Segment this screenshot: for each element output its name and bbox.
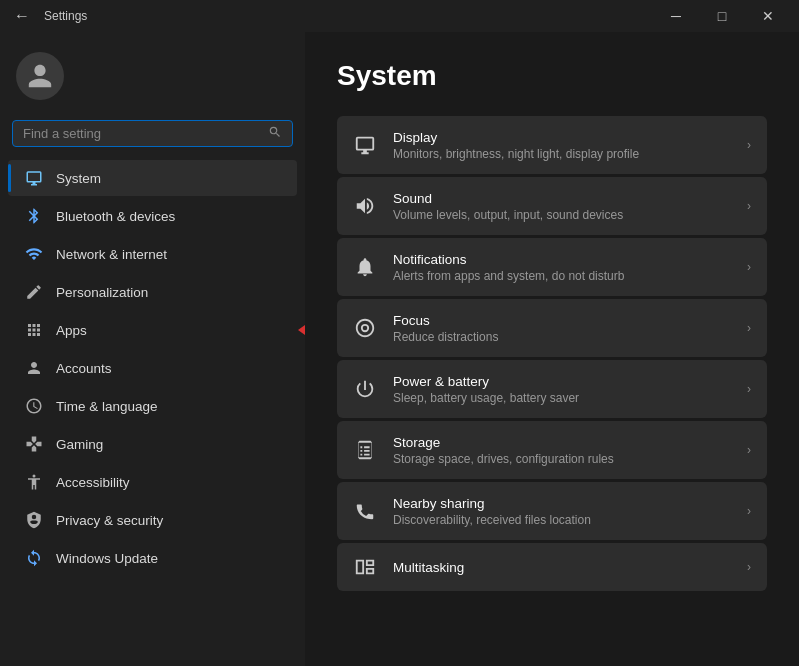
titlebar: ← Settings ─ □ ✕ xyxy=(0,0,799,32)
power-desc: Sleep, battery usage, battery saver xyxy=(393,391,731,405)
sound-desc: Volume levels, output, input, sound devi… xyxy=(393,208,731,222)
maximize-button[interactable]: □ xyxy=(699,0,745,32)
multitasking-chevron: › xyxy=(747,560,751,574)
power-text: Power & battery Sleep, battery usage, ba… xyxy=(393,374,731,405)
search-box[interactable] xyxy=(12,120,293,147)
window-controls: ─ □ ✕ xyxy=(653,0,791,32)
sidebar-item-gaming[interactable]: Gaming xyxy=(8,426,297,462)
main-content: System Display Monitors, brightness, nig… xyxy=(305,32,799,666)
privacy-icon xyxy=(24,510,44,530)
focus-text: Focus Reduce distractions xyxy=(393,313,731,344)
sidebar-label-network: Network & internet xyxy=(56,247,167,262)
power-chevron: › xyxy=(747,382,751,396)
storage-desc: Storage space, drives, configuration rul… xyxy=(393,452,731,466)
apps-icon xyxy=(24,320,44,340)
focus-desc: Reduce distractions xyxy=(393,330,731,344)
power-icon xyxy=(353,377,377,401)
sidebar-label-gaming: Gaming xyxy=(56,437,103,452)
nearby-chevron: › xyxy=(747,504,751,518)
back-button[interactable]: ← xyxy=(8,3,36,29)
settings-item-power[interactable]: Power & battery Sleep, battery usage, ba… xyxy=(337,360,767,418)
sidebar-item-privacy[interactable]: Privacy & security xyxy=(8,502,297,538)
time-icon xyxy=(24,396,44,416)
sidebar-item-apps[interactable]: Apps xyxy=(8,312,297,348)
sidebar-label-accounts: Accounts xyxy=(56,361,112,376)
page-title: System xyxy=(337,60,767,92)
sidebar-item-system[interactable]: System xyxy=(8,160,297,196)
notifications-chevron: › xyxy=(747,260,751,274)
settings-item-storage[interactable]: Storage Storage space, drives, configura… xyxy=(337,421,767,479)
sound-icon xyxy=(353,194,377,218)
nearby-title: Nearby sharing xyxy=(393,496,731,511)
back-icon: ← xyxy=(14,7,30,24)
storage-chevron: › xyxy=(747,443,751,457)
gaming-icon xyxy=(24,434,44,454)
network-icon xyxy=(24,244,44,264)
multitasking-icon xyxy=(353,555,377,579)
sound-title: Sound xyxy=(393,191,731,206)
sidebar-item-personalization[interactable]: Personalization xyxy=(8,274,297,310)
settings-item-sound[interactable]: Sound Volume levels, output, input, soun… xyxy=(337,177,767,235)
bluetooth-icon xyxy=(24,206,44,226)
minimize-button[interactable]: ─ xyxy=(653,0,699,32)
focus-icon xyxy=(353,316,377,340)
accounts-icon xyxy=(24,358,44,378)
sidebar-label-accessibility: Accessibility xyxy=(56,475,130,490)
avatar xyxy=(16,52,64,100)
settings-item-display[interactable]: Display Monitors, brightness, night ligh… xyxy=(337,116,767,174)
app-body: System Bluetooth & devices Network & int… xyxy=(0,32,799,666)
settings-item-multitasking[interactable]: Multitasking › xyxy=(337,543,767,591)
display-title: Display xyxy=(393,130,731,145)
sidebar-label-system: System xyxy=(56,171,101,186)
display-icon xyxy=(353,133,377,157)
system-icon xyxy=(24,168,44,188)
sound-chevron: › xyxy=(747,199,751,213)
notifications-text: Notifications Alerts from apps and syste… xyxy=(393,252,731,283)
display-chevron: › xyxy=(747,138,751,152)
multitasking-text: Multitasking xyxy=(393,560,731,575)
sidebar-label-time: Time & language xyxy=(56,399,158,414)
titlebar-left: ← Settings xyxy=(8,3,87,29)
notifications-icon xyxy=(353,255,377,279)
nearby-desc: Discoverability, received files location xyxy=(393,513,731,527)
search-input[interactable] xyxy=(23,126,260,141)
sidebar-item-accessibility[interactable]: Accessibility xyxy=(8,464,297,500)
sound-text: Sound Volume levels, output, input, soun… xyxy=(393,191,731,222)
nearby-icon xyxy=(353,499,377,523)
settings-item-focus[interactable]: Focus Reduce distractions › xyxy=(337,299,767,357)
settings-item-nearby[interactable]: Nearby sharing Discoverability, received… xyxy=(337,482,767,540)
close-button[interactable]: ✕ xyxy=(745,0,791,32)
notifications-title: Notifications xyxy=(393,252,731,267)
sidebar: System Bluetooth & devices Network & int… xyxy=(0,32,305,666)
storage-text: Storage Storage space, drives, configura… xyxy=(393,435,731,466)
update-icon xyxy=(24,548,44,568)
storage-icon xyxy=(353,438,377,462)
power-title: Power & battery xyxy=(393,374,731,389)
sidebar-item-bluetooth[interactable]: Bluetooth & devices xyxy=(8,198,297,234)
sidebar-item-time[interactable]: Time & language xyxy=(8,388,297,424)
search-icon xyxy=(268,125,282,142)
settings-item-notifications[interactable]: Notifications Alerts from apps and syste… xyxy=(337,238,767,296)
settings-list: Display Monitors, brightness, night ligh… xyxy=(337,116,767,591)
user-avatar xyxy=(0,40,305,112)
notifications-desc: Alerts from apps and system, do not dist… xyxy=(393,269,731,283)
multitasking-title: Multitasking xyxy=(393,560,731,575)
sidebar-label-personalization: Personalization xyxy=(56,285,148,300)
accessibility-icon xyxy=(24,472,44,492)
personalization-icon xyxy=(24,282,44,302)
sidebar-item-network[interactable]: Network & internet xyxy=(8,236,297,272)
storage-title: Storage xyxy=(393,435,731,450)
display-text: Display Monitors, brightness, night ligh… xyxy=(393,130,731,161)
sidebar-label-update: Windows Update xyxy=(56,551,158,566)
sidebar-label-privacy: Privacy & security xyxy=(56,513,163,528)
sidebar-label-apps: Apps xyxy=(56,323,87,338)
app-title: Settings xyxy=(44,9,87,23)
sidebar-label-bluetooth: Bluetooth & devices xyxy=(56,209,175,224)
display-desc: Monitors, brightness, night light, displ… xyxy=(393,147,731,161)
nearby-text: Nearby sharing Discoverability, received… xyxy=(393,496,731,527)
sidebar-item-accounts[interactable]: Accounts xyxy=(8,350,297,386)
focus-title: Focus xyxy=(393,313,731,328)
sidebar-item-update[interactable]: Windows Update xyxy=(8,540,297,576)
focus-chevron: › xyxy=(747,321,751,335)
